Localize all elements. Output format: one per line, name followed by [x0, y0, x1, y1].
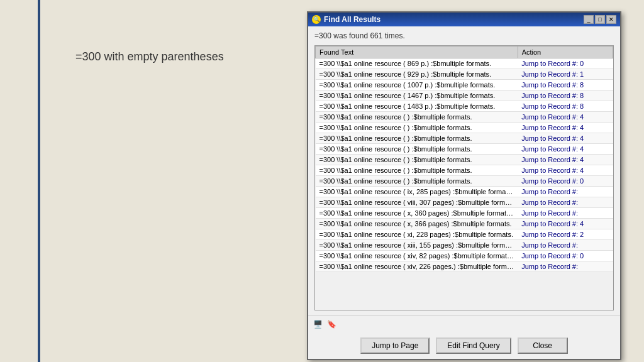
found-text-cell: =300 \\$a1 online resource ( x, 366 page…: [316, 219, 518, 229]
left-bar: [38, 0, 40, 362]
action-cell[interactable]: Jump to Record #: 4: [518, 144, 613, 155]
action-cell[interactable]: Jump to Record #: 1: [518, 69, 613, 80]
find-all-results-dialog: 🔍 Find All Results _ □ ✕ =300 was found …: [307, 11, 621, 360]
table-row[interactable]: =300 \\$a1 online resource ( 1467 p.) :$…: [316, 90, 613, 101]
found-text-cell: =300 \\$a1 online resource ( ) :$bmultip…: [316, 123, 518, 133]
table-row[interactable]: =300 \\$a1 online resource ( 1483 p.) :$…: [316, 101, 613, 112]
table-row[interactable]: =300 \\$a1 online resource ( ) :$bmultip…: [316, 112, 613, 123]
table-row[interactable]: =300 \\$a1 online resource ( xiii, 155 p…: [316, 240, 613, 251]
action-cell[interactable]: Jump to Record #:: [518, 240, 613, 251]
action-cell[interactable]: Jump to Record #: 4: [518, 123, 613, 133]
restore-button[interactable]: □: [595, 15, 605, 24]
found-text-cell: =300 \\$a1 online resource ( ) :$bmultip…: [316, 133, 518, 144]
found-text-cell: =300 \\$a1 online resource ( xi, 228 pag…: [316, 229, 518, 240]
dialog-titlebar: 🔍 Find All Results _ □ ✕: [308, 13, 620, 26]
found-text-cell: =300 \\$a1 online resource ( 1483 p.) :$…: [316, 101, 518, 112]
results-scroll-area[interactable]: Found Text Action =300 \\$a1 online reso…: [315, 46, 613, 310]
action-cell[interactable]: Jump to Record #:: [518, 261, 613, 272]
found-text-cell: =300 \\$a1 online resource ( viii, 307 p…: [316, 197, 518, 208]
found-text-cell: =300 \\$a1 online resource ( xiii, 155 p…: [316, 240, 518, 251]
found-text-cell: =300 \\$a1 online resource ( xiv, 226 pa…: [316, 261, 518, 272]
bookmark-icon: 🔖: [326, 319, 337, 330]
close-button[interactable]: ✕: [606, 15, 616, 24]
action-cell[interactable]: Jump to Record #:: [518, 208, 613, 219]
action-cell[interactable]: Jump to Record #: 4: [518, 155, 613, 165]
close-dialog-button[interactable]: Close: [518, 337, 568, 354]
dialog-title: Find All Results: [324, 15, 380, 24]
found-text-cell: =300 \\$a1 online resource ( 869 p.) :$b…: [316, 58, 518, 69]
footer-area: 🖥️ 🔖 Jump to Page Edit Find Query Close: [308, 315, 620, 359]
dialog-title-left: 🔍 Find All Results: [312, 15, 380, 24]
table-row[interactable]: =300 \\$a1 online resource ( ) :$bmultip…: [316, 133, 613, 144]
table-row[interactable]: =300 \\$a1 online resource ( xiv, 226 pa…: [316, 261, 613, 272]
action-cell[interactable]: Jump to Record #: 4: [518, 133, 613, 144]
table-row[interactable]: =300 \\$a1 online resource ( xi, 228 pag…: [316, 229, 613, 240]
dialog-content: =300 was found 661 times. Found Text Act…: [308, 26, 620, 315]
action-cell[interactable]: Jump to Record #: 4: [518, 112, 613, 123]
action-cell[interactable]: Jump to Record #: 8: [518, 101, 613, 112]
action-cell[interactable]: Jump to Record #: 0: [518, 251, 613, 261]
table-row[interactable]: =300 \\$a1 online resource ( xiv, 82 pag…: [316, 251, 613, 261]
magnifier-icon: 🔍: [312, 15, 321, 24]
action-cell[interactable]: Jump to Record #: 8: [518, 80, 613, 90]
table-row[interactable]: =300 \\$a1 online resource ( x, 360 page…: [316, 208, 613, 219]
table-row[interactable]: =300 \\$a1 online resource ( ) :$bmultip…: [316, 144, 613, 155]
minimize-button[interactable]: _: [584, 15, 594, 24]
table-row[interactable]: =300 \\$a1 online resource ( x, 366 page…: [316, 219, 613, 229]
background-label: =300 with empty parentheses: [75, 50, 224, 63]
found-text-cell: =300 \\$a1 online resource ( 1007 p.) :$…: [316, 80, 518, 90]
dialog-footer: Jump to Page Edit Find Query Close: [308, 332, 620, 359]
page-icon: 🖥️: [312, 319, 323, 330]
results-table: Found Text Action =300 \\$a1 online reso…: [315, 46, 613, 272]
table-row[interactable]: =300 \\$a1 online resource ( viii, 307 p…: [316, 197, 613, 208]
results-table-wrapper: Found Text Action =300 \\$a1 online reso…: [314, 45, 614, 310]
table-row[interactable]: =300 \\$a1 online resource ( 929 p.) :$b…: [316, 69, 613, 80]
table-row[interactable]: =300 \\$a1 online resource ( ) :$bmultip…: [316, 123, 613, 133]
found-text-cell: =300 \\$a1 online resource ( ) :$bmultip…: [316, 165, 518, 176]
dialog-controls[interactable]: _ □ ✕: [584, 15, 616, 24]
found-text-cell: =300 \\$a1 online resource ( ) :$bmultip…: [316, 112, 518, 123]
col-header-action: Action: [518, 47, 613, 58]
action-cell[interactable]: Jump to Record #: 0: [518, 58, 613, 69]
action-cell[interactable]: Jump to Record #: 8: [518, 90, 613, 101]
found-text-cell: =300 \\$a1 online resource ( xiv, 82 pag…: [316, 251, 518, 261]
found-text-cell: =300 \\$a1 online resource ( 929 p.) :$b…: [316, 69, 518, 80]
table-row[interactable]: =300 \\$a1 online resource ( 1007 p.) :$…: [316, 80, 613, 90]
table-row[interactable]: =300 \\$a1 online resource ( ) :$bmultip…: [316, 176, 613, 187]
found-text-cell: =300 \\$a1 online resource ( x, 360 page…: [316, 208, 518, 219]
table-row[interactable]: =300 \\$a1 online resource ( ) :$bmultip…: [316, 165, 613, 176]
found-text-cell: =300 \\$a1 online resource ( 1467 p.) :$…: [316, 90, 518, 101]
edit-find-query-button[interactable]: Edit Find Query: [436, 337, 511, 354]
jump-to-page-button[interactable]: Jump to Page: [360, 337, 430, 354]
action-cell[interactable]: Jump to Record #: 2: [518, 229, 613, 240]
table-row[interactable]: =300 \\$a1 online resource ( ix, 285 pag…: [316, 187, 613, 197]
col-header-found: Found Text: [316, 47, 518, 58]
table-row[interactable]: =300 \\$a1 online resource ( ) :$bmultip…: [316, 155, 613, 165]
action-cell[interactable]: Jump to Record #: 4: [518, 219, 613, 229]
found-text-cell: =300 \\$a1 online resource ( ) :$bmultip…: [316, 155, 518, 165]
action-cell[interactable]: Jump to Record #: 4: [518, 165, 613, 176]
found-text-cell: =300 \\$a1 online resource ( ) :$bmultip…: [316, 176, 518, 187]
footer-icons: 🖥️ 🔖: [308, 316, 620, 332]
found-text-cell: =300 \\$a1 online resource ( ) :$bmultip…: [316, 144, 518, 155]
summary-text: =300 was found 661 times.: [314, 31, 614, 40]
action-cell[interactable]: Jump to Record #: 0: [518, 176, 613, 187]
table-row[interactable]: =300 \\$a1 online resource ( 869 p.) :$b…: [316, 58, 613, 69]
found-text-cell: =300 \\$a1 online resource ( ix, 285 pag…: [316, 187, 518, 197]
action-cell[interactable]: Jump to Record #:: [518, 197, 613, 208]
action-cell[interactable]: Jump to Record #:: [518, 187, 613, 197]
